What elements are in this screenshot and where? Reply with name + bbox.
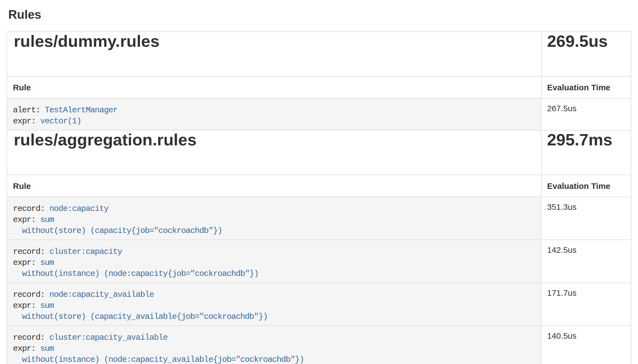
expr-keyword: expr: bbox=[13, 301, 40, 310]
rule-expression-link[interactable]: sum bbox=[40, 215, 54, 224]
rule-expression-link[interactable]: without(store) (capacity_available{job="… bbox=[13, 312, 267, 321]
rule-type-keyword: record: bbox=[13, 204, 49, 213]
rule-type-keyword: record: bbox=[13, 290, 49, 299]
rule-group-eval-time-cell: 295.7ms bbox=[541, 130, 631, 175]
rules-content: Rules rules/dummy.rules269.5usRuleEvalua… bbox=[0, 8, 638, 364]
rule-expression-link[interactable]: without(instance) (node:capacity_availab… bbox=[13, 355, 304, 364]
expr-keyword: expr: bbox=[13, 344, 40, 353]
rule-name-link[interactable]: TestAlertManager bbox=[45, 105, 118, 115]
rule-expression-link[interactable]: without(store) (capacity{job="cockroachd… bbox=[13, 226, 222, 235]
rule-code: record: node:capacity_available expr: su… bbox=[7, 283, 541, 325]
evaluation-time-column-header: Evaluation Time bbox=[541, 175, 631, 197]
rule-code: record: cluster:capacity_available expr:… bbox=[7, 326, 541, 364]
rule-group-header-row: rules/dummy.rules269.5us bbox=[7, 32, 631, 76]
rule-code: record: cluster:capacity expr: sum witho… bbox=[7, 240, 541, 282]
rule-groups: rules/dummy.rules269.5usRuleEvaluation T… bbox=[7, 32, 631, 364]
evaluation-time-column-header: Evaluation Time bbox=[541, 76, 631, 98]
expr-keyword: expr: bbox=[13, 215, 40, 224]
rule-row: alert: TestAlertManager expr: vector(1)2… bbox=[7, 98, 631, 130]
rule-expression-link[interactable]: sum bbox=[40, 344, 54, 353]
rule-row: record: cluster:capacity expr: sum witho… bbox=[7, 240, 631, 283]
expr-keyword: expr: bbox=[13, 116, 40, 126]
rule-row: record: node:capacity expr: sum without(… bbox=[7, 197, 631, 240]
rule-group-eval-time: 269.5us bbox=[547, 32, 631, 50]
prometheus-rules-page: { "page": { "title": "Rules" }, "table":… bbox=[0, 0, 638, 364]
rule-cell: record: cluster:capacity expr: sum witho… bbox=[7, 240, 541, 283]
rule-group-name: rules/aggregation.rules bbox=[14, 131, 541, 149]
rule-expression-link[interactable]: sum bbox=[40, 301, 54, 310]
rule-cell: record: cluster:capacity_available expr:… bbox=[7, 326, 541, 364]
rule-column-header: Rule bbox=[7, 76, 541, 98]
rule-code: alert: TestAlertManager expr: vector(1) bbox=[7, 99, 541, 130]
rule-evaluation-time: 171.7us bbox=[541, 283, 631, 326]
rule-row: record: node:capacity_available expr: su… bbox=[7, 283, 631, 326]
rule-evaluation-time: 140.5us bbox=[541, 326, 631, 364]
rules-table: rules/dummy.rules269.5usRuleEvaluation T… bbox=[7, 31, 631, 364]
rule-expression-link[interactable]: vector(1) bbox=[40, 116, 81, 126]
page-title: Rules bbox=[8, 8, 631, 21]
rule-group-name-cell: rules/dummy.rules bbox=[7, 32, 541, 76]
rule-cell: alert: TestAlertManager expr: vector(1) bbox=[7, 98, 541, 130]
rule-group-eval-time: 295.7ms bbox=[547, 131, 631, 149]
expr-keyword: expr: bbox=[13, 258, 40, 267]
rule-row: record: cluster:capacity_available expr:… bbox=[7, 326, 631, 364]
rule-group-name: rules/dummy.rules bbox=[14, 32, 541, 50]
rule-name-link[interactable]: node:capacity_available bbox=[49, 290, 154, 299]
rule-cell: record: node:capacity_available expr: su… bbox=[7, 283, 541, 326]
rule-code: record: node:capacity expr: sum without(… bbox=[7, 197, 541, 240]
rule-type-keyword: alert: bbox=[13, 105, 45, 115]
rule-group-name-cell: rules/aggregation.rules bbox=[7, 130, 541, 175]
rule-group-header-row: rules/aggregation.rules295.7ms bbox=[7, 130, 631, 175]
column-header-row: RuleEvaluation Time bbox=[7, 175, 631, 197]
rule-type-keyword: record: bbox=[13, 333, 49, 342]
rule-column-header: Rule bbox=[7, 175, 541, 197]
rule-name-link[interactable]: cluster:capacity bbox=[49, 247, 122, 256]
rule-evaluation-time: 267.5us bbox=[541, 98, 631, 130]
rule-expression-link[interactable]: sum bbox=[40, 258, 54, 267]
rule-evaluation-time: 351.3us bbox=[541, 197, 631, 240]
column-header-row: RuleEvaluation Time bbox=[7, 76, 631, 98]
rule-name-link[interactable]: cluster:capacity_available bbox=[49, 333, 167, 342]
rule-type-keyword: record: bbox=[13, 247, 49, 256]
rule-name-link[interactable]: node:capacity bbox=[49, 204, 109, 213]
rule-group-eval-time-cell: 269.5us bbox=[541, 32, 631, 76]
rule-cell: record: node:capacity expr: sum without(… bbox=[7, 197, 541, 240]
rule-evaluation-time: 142.5us bbox=[541, 240, 631, 283]
rule-expression-link[interactable]: without(instance) (node:capacity{job="co… bbox=[13, 269, 258, 278]
